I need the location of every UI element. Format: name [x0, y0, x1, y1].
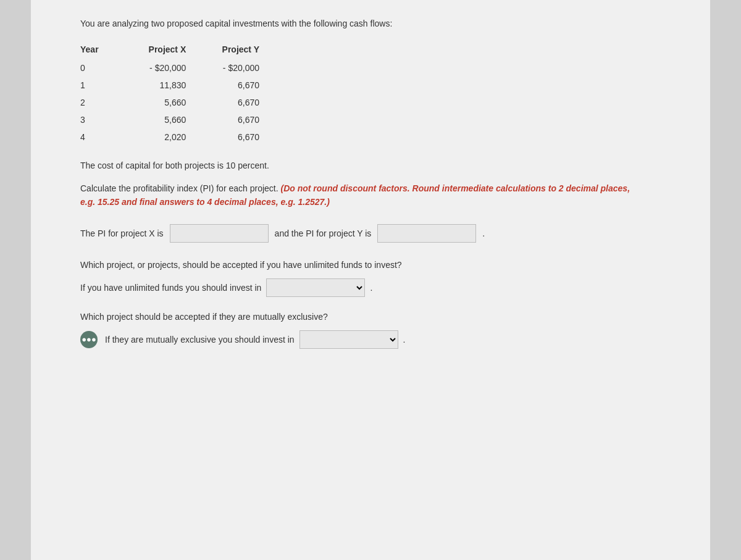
table-cell-project-y: 6,670: [204, 111, 278, 128]
table-cell-project-x: 5,660: [131, 111, 204, 128]
table-cell-project-x: 11,830: [131, 77, 204, 94]
cash-flow-table: Year Project X Project Y 0- $20,000- $20…: [80, 41, 278, 146]
table-cell-project-y: 6,670: [204, 77, 278, 94]
table-row: 35,6606,670: [80, 111, 278, 128]
unlimited-funds-row: If you have unlimited funds you should i…: [80, 278, 679, 297]
mutually-exclusive-icon: ●●●: [80, 331, 98, 348]
mutually-exclusive-section: Which project should be accepted if they…: [80, 312, 679, 349]
col-header-project-y: Project Y: [204, 41, 278, 59]
table-cell-project-y: - $20,000: [204, 59, 278, 77]
instructions-text: Calculate the profitability index (PI) f…: [80, 182, 636, 209]
table-cell-year: 3: [80, 111, 131, 128]
table-cell-project-y: 6,670: [204, 94, 278, 111]
table-row: 111,8306,670: [80, 77, 278, 94]
pi-x-label: The PI for project X is: [80, 228, 164, 238]
table-cell-project-y: 6,670: [204, 128, 278, 146]
mutually-exclusive-row: ●●● If they are mutually exclusive you s…: [80, 330, 679, 349]
unlimited-funds-section: Which project, or projects, should be ac…: [80, 260, 679, 297]
table-cell-project-x: 2,020: [131, 128, 204, 146]
pi-and-label: and the PI for project Y is: [275, 228, 372, 238]
table-cell-year: 1: [80, 77, 131, 94]
table-cell-project-x: - $20,000: [131, 59, 204, 77]
unlimited-funds-period: .: [370, 283, 372, 293]
table-row: 0- $20,000- $20,000: [80, 59, 278, 77]
pi-x-input[interactable]: [170, 224, 269, 243]
table-cell-year: 2: [80, 94, 131, 111]
mutually-exclusive-select[interactable]: Project XProject YBoth projectsNeither p…: [299, 330, 398, 349]
pi-inputs-row: The PI for project X is and the PI for p…: [80, 224, 679, 243]
pi-y-input[interactable]: [377, 224, 476, 243]
col-header-year: Year: [80, 41, 131, 59]
mutually-exclusive-question: Which project should be accepted if they…: [80, 312, 679, 322]
intro-text: You are analyzing two proposed capital i…: [80, 19, 679, 28]
unlimited-funds-label: If you have unlimited funds you should i…: [80, 283, 261, 293]
pi-period: .: [482, 228, 485, 238]
table-row: 25,6606,670: [80, 94, 278, 111]
instructions-prefix: Calculate the profitability index (PI) f…: [80, 183, 278, 193]
col-header-project-x: Project X: [131, 41, 204, 59]
table-cell-year: 4: [80, 128, 131, 146]
unlimited-funds-select[interactable]: Project XProject YBoth projectsNeither p…: [266, 278, 365, 297]
cost-of-capital-text: The cost of capital for both projects is…: [80, 161, 679, 170]
mutually-exclusive-period: .: [403, 335, 406, 345]
table-cell-project-x: 5,660: [131, 94, 204, 111]
table-cell-year: 0: [80, 59, 131, 77]
table-row: 42,0206,670: [80, 128, 278, 146]
mutually-exclusive-label: If they are mutually exclusive you shoul…: [105, 335, 295, 345]
unlimited-funds-question: Which project, or projects, should be ac…: [80, 260, 679, 270]
